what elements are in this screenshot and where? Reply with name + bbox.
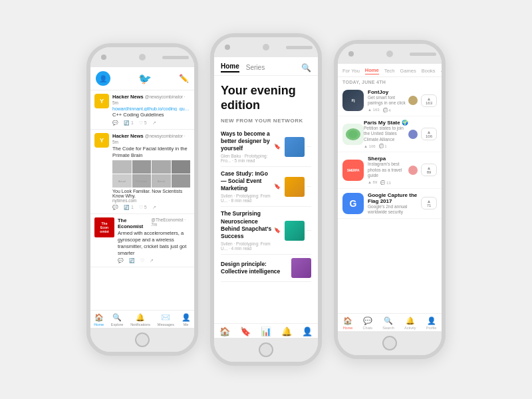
tweet-1[interactable]: Y Hacker News @newsycombinator · 5m howa… — [90, 90, 194, 130]
ph-nav-activity[interactable]: 🔔 Activity — [404, 317, 416, 330]
retweet-icon-3[interactable]: 🔄 — [129, 258, 135, 263]
article-thumb-2 — [285, 177, 305, 197]
search-icon[interactable]: 🔍 — [301, 63, 311, 72]
paris-comments: 💬 1 — [379, 144, 387, 148]
tab-home[interactable]: Home — [221, 63, 239, 72]
article-body-4: Design principle: Collective intelligenc… — [221, 261, 287, 275]
paris-upvotes: ▲ 106 — [364, 144, 376, 148]
article-4[interactable]: Design principle: Collective intelligenc… — [221, 255, 311, 282]
section-label: New from your network — [221, 118, 311, 124]
retweet-icon-2[interactable]: 🔄 1 — [124, 205, 134, 210]
tweet-2[interactable]: Y Hacker News @newsycombinator · 5m The … — [90, 130, 194, 215]
fontjoy-desc: Get smart font pairings in one click — [368, 95, 408, 106]
ph-nav-home[interactable]: 🏠 Home — [343, 317, 353, 330]
twitter-header: 👤 🐦 ✏️ — [90, 67, 194, 90]
ph-tab-foryou[interactable]: For You — [342, 68, 360, 74]
twitter-avatar[interactable]: 👤 — [96, 71, 110, 86]
fontjoy-upvote-btn[interactable]: ▲ 163 — [421, 94, 437, 107]
tw-nav-notifications[interactable]: 🔔 Notifications — [130, 313, 150, 327]
nav-home-icon[interactable]: 🏠 — [219, 327, 230, 336]
ph-product-fontjoy[interactable]: Fj FontJoy Get smart font pairings in on… — [338, 86, 442, 116]
home-button-1[interactable] — [135, 332, 150, 347]
tw-nav-me[interactable]: 👤 Me — [182, 313, 191, 327]
tweet-3[interactable]: TheEconomist The Economist @TheEconomist… — [90, 214, 194, 267]
ph-nav-search[interactable]: 🔍 Search — [382, 317, 394, 330]
sherpa-upvote-btn[interactable]: ▲ 89 — [421, 164, 437, 176]
reply-icon[interactable]: 💬 — [112, 120, 118, 126]
ph-tab-tech[interactable]: Tech — [384, 68, 395, 74]
svg-point-1 — [348, 130, 358, 138]
upvote-arrow: ▲ — [427, 96, 432, 101]
phone-producthunt: For You Home Tech Games Books ··· TODAY,… — [334, 40, 446, 359]
paris-globe: 🌍 — [402, 120, 408, 126]
ph-nav-activity-label: Activity — [404, 326, 416, 330]
article-thumb-1 — [285, 137, 305, 157]
bookmark-icon-3[interactable]: 🔖 — [274, 227, 281, 233]
tweet-actions-2[interactable]: 💬 🔄 1 ♡ 5 ↗ — [112, 205, 190, 210]
nav-profile-icon[interactable]: 👤 — [302, 327, 313, 336]
compose-icon[interactable]: ✏️ — [179, 74, 189, 83]
bookmark-icon-1[interactable]: 🔖 — [274, 144, 281, 150]
share-icon-3[interactable]: ↗ — [150, 258, 154, 263]
article-2[interactable]: Case Study: InGo — Social Event Marketin… — [221, 167, 311, 207]
ph-nav-profile[interactable]: 👤 Profile — [426, 317, 437, 330]
tweet-actions-3[interactable]: 💬 🔄 ♡ ↗ — [118, 258, 190, 263]
sherpa-upvotes: ▲ 89 — [368, 180, 377, 184]
ph-tab-books[interactable]: Books — [422, 68, 436, 74]
ph-home-icon: 🏠 — [343, 317, 352, 325]
phone-top-bar-twitter — [90, 47, 194, 67]
home-button-3[interactable] — [382, 336, 397, 350]
phone-camera-2 — [225, 45, 230, 50]
ph-nav-chats[interactable]: 💬 Chats — [363, 317, 372, 330]
tw-nav-messages[interactable]: ✉️ Messages — [158, 313, 174, 327]
article-1[interactable]: Ways to become a better designer by your… — [221, 127, 311, 167]
notifications-icon: 🔔 — [136, 313, 145, 322]
tweet-actions-1[interactable]: 💬 🔄 1 ♡ 5 ↗ — [112, 120, 190, 126]
options-icon-3[interactable]: ··· — [307, 227, 311, 233]
share-icon[interactable]: ↗ — [152, 120, 156, 126]
tweet-link-1[interactable]: howardhinnant.github.io/coding_guideli..… — [112, 106, 190, 111]
ph-tab-home[interactable]: Home — [365, 67, 379, 74]
heart-icon-2[interactable]: ♡ 5 — [139, 205, 147, 210]
nav-bell-icon[interactable]: 🔔 — [281, 327, 292, 336]
article-title-3: The Surprising Neuroscience Behind Snapc… — [221, 210, 272, 239]
messages-icon: ✉️ — [161, 313, 170, 322]
ph-product-sherpa[interactable]: SHERPA Sherpa Instagram's best photos as… — [338, 152, 442, 188]
reply-icon-2[interactable]: 💬 — [112, 205, 118, 210]
ph-more-icon[interactable]: ··· — [441, 68, 442, 74]
ph-tab-games[interactable]: Games — [400, 68, 416, 74]
paris-logo — [342, 124, 364, 145]
heart-icon-3[interactable]: ♡ — [140, 258, 144, 263]
paris-upvote-btn[interactable]: ▲ 106 — [421, 128, 437, 140]
bookmark-icon-2[interactable]: 🔖 — [274, 184, 281, 190]
article-body-2: Case Study: InGo — Social Event Marketin… — [221, 170, 272, 203]
phone-speaker-3 — [410, 53, 436, 56]
ph-product-paris[interactable]: Paris My State 🌍 Petition states to join… — [338, 116, 442, 152]
sherpa-logo: SHERPA — [342, 160, 364, 181]
options-icon-1[interactable]: ··· — [307, 144, 311, 150]
home-button-2[interactable] — [259, 342, 273, 357]
tweet-text-1: C++ Coding Guidelines — [112, 112, 190, 118]
article-3[interactable]: The Surprising Neuroscience Behind Snapc… — [221, 207, 311, 254]
share-icon-2[interactable]: ↗ — [152, 205, 156, 210]
nav-stats-icon[interactable]: 📊 — [261, 327, 271, 336]
tweet-source-2: nytimes.com — [112, 198, 190, 203]
google-upvote-btn[interactable]: ▲ 71 — [421, 197, 437, 209]
img-5: Actual — [112, 174, 132, 188]
twitter-feed[interactable]: Y Hacker News @newsycombinator · 5m howa… — [90, 90, 194, 310]
ph-product-google[interactable]: G Google Capture the Flag 2017 Google's … — [338, 189, 442, 219]
options-icon-2[interactable]: ··· — [307, 184, 311, 190]
tw-nav-explore-label: Explore — [111, 323, 124, 327]
tab-series[interactable]: Series — [246, 64, 265, 71]
ph-date-label: TODAY, JUNE 4TH — [338, 77, 442, 86]
hero-title: Your evening edition — [221, 84, 311, 112]
fontjoy-name: FontJoy — [368, 89, 408, 95]
nav-bookmark-icon[interactable]: 🔖 — [240, 327, 251, 336]
tweet-body-3: The Economist @TheEconomist · 7m Armed w… — [118, 217, 190, 263]
heart-icon[interactable]: ♡ 5 — [139, 120, 147, 126]
phone-speaker — [162, 56, 189, 59]
retweet-icon[interactable]: 🔄 1 — [124, 120, 134, 126]
reply-icon-3[interactable]: 💬 — [118, 258, 124, 263]
tw-nav-explore[interactable]: 🔍 Explore — [111, 313, 124, 327]
tw-nav-home[interactable]: 🏠 Home — [94, 313, 104, 327]
